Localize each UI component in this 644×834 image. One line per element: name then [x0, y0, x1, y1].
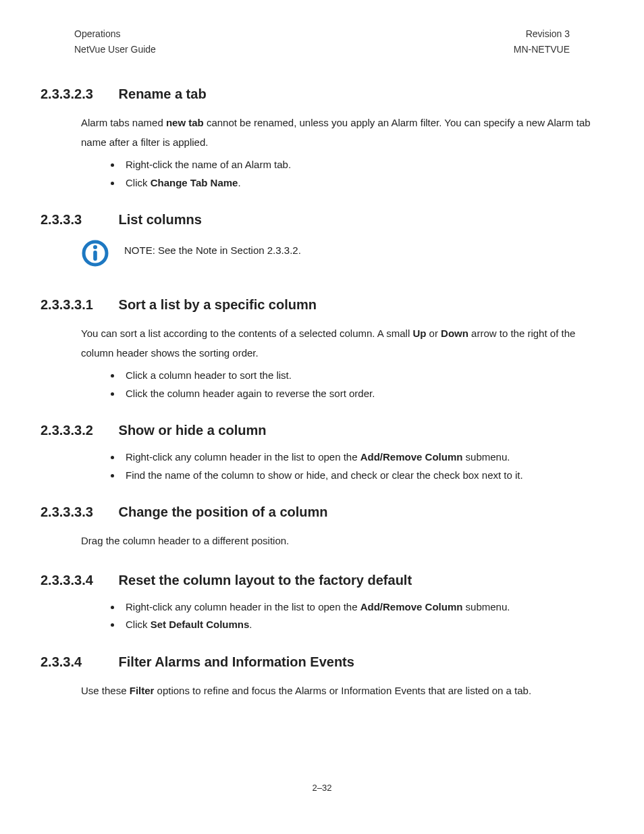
- bullet-list: Right-click the name of an Alarm tab. Cl…: [101, 157, 603, 190]
- heading-number: 2.3.3.3.2: [41, 420, 115, 440]
- bold-text: Filter: [130, 685, 155, 696]
- paragraph: You can sort a list according to the con…: [81, 324, 603, 363]
- text-run: Click: [126, 177, 151, 188]
- text-run: .: [249, 619, 252, 630]
- list-item: Click Set Default Columns.: [122, 617, 603, 633]
- heading-title: Show or hide a column: [119, 423, 267, 438]
- heading-title: Reset the column layout to the factory d…: [119, 573, 412, 588]
- bold-text: Add/Remove Column: [360, 601, 463, 613]
- svg-rect-2: [93, 251, 97, 261]
- list-item: Click a column header to sort the list.: [122, 368, 603, 384]
- svg-point-1: [93, 245, 97, 249]
- list-item: Right-click any column header in the lis…: [122, 600, 603, 615]
- page-header: Operations Revision 3 NetVue User Guide …: [41, 27, 603, 57]
- bold-text: Change Tab Name: [151, 177, 238, 188]
- heading-number: 2.3.3.2.3: [41, 84, 115, 104]
- heading-show-hide-column: 2.3.3.3.2 Show or hide a column: [41, 420, 603, 440]
- note-block: NOTE: See the Note in Section 2.3.3.2.: [81, 239, 603, 267]
- heading-title: Change the position of a column: [119, 504, 328, 519]
- text-run: submenu.: [462, 601, 510, 613]
- heading-change-position: 2.3.3.3.3 Change the position of a colum…: [41, 502, 603, 522]
- heading-sort-list: 2.3.3.3.1 Sort a list by a specific colu…: [41, 294, 603, 315]
- heading-list-columns: 2.3.3.3 List columns: [41, 209, 603, 230]
- text-run: options to refine and focus the Alarms o…: [154, 685, 531, 696]
- bold-text: Add/Remove Column: [360, 451, 463, 463]
- text-run: You can sort a list according to the con…: [81, 328, 412, 339]
- heading-number: 2.3.3.3: [41, 209, 115, 230]
- text-run: Right-click any column header in the lis…: [126, 451, 360, 463]
- heading-number: 2.3.3.3.3: [41, 502, 115, 522]
- bold-text: Up: [412, 328, 426, 339]
- text-run: or: [426, 328, 441, 339]
- heading-reset-layout: 2.3.3.3.4 Reset the column layout to the…: [41, 570, 603, 590]
- heading-title: Sort a list by a specific column: [119, 297, 317, 312]
- heading-filter-alarms: 2.3.3.4 Filter Alarms and Information Ev…: [41, 652, 603, 672]
- header-right-1: Revision 3: [526, 27, 570, 41]
- bullet-list: Right-click any column header in the lis…: [101, 450, 603, 483]
- bullet-list: Click a column header to sort the list. …: [101, 368, 603, 401]
- text-run: Use these: [81, 685, 130, 696]
- heading-number: 2.3.3.3.4: [41, 570, 115, 590]
- paragraph: Drag the column header to a different po…: [81, 531, 603, 551]
- paragraph: Alarm tabs named new tab cannot be renam…: [81, 113, 603, 152]
- bullet-list: Right-click any column header in the lis…: [101, 600, 603, 633]
- text-run: submenu.: [462, 451, 510, 463]
- heading-number: 2.3.3.3.1: [41, 294, 115, 315]
- bold-text: Down: [441, 328, 468, 339]
- bold-text: new tab: [166, 117, 204, 128]
- info-icon: [81, 239, 115, 267]
- text-run: .: [238, 177, 240, 188]
- paragraph: Use these Filter options to refine and f…: [81, 681, 603, 701]
- header-left-1: Operations: [74, 27, 120, 41]
- list-item: Click the column header again to reverse…: [122, 386, 603, 402]
- note-text: NOTE: See the Note in Section 2.3.3.2.: [124, 239, 301, 259]
- heading-title: List columns: [119, 212, 202, 227]
- page-number: 2–32: [41, 781, 603, 795]
- list-item: Right-click the name of an Alarm tab.: [122, 157, 603, 173]
- text-run: Alarm tabs named: [81, 117, 166, 128]
- text-run: Right-click any column header in the lis…: [126, 601, 360, 613]
- heading-title: Rename a tab: [119, 86, 207, 101]
- text-run: Click: [126, 619, 151, 630]
- list-item: Find the name of the column to show or h…: [122, 468, 603, 484]
- list-item: Right-click any column header in the lis…: [122, 450, 603, 465]
- list-item: Click Change Tab Name.: [122, 176, 603, 191]
- heading-rename-tab: 2.3.3.2.3 Rename a tab: [41, 84, 603, 104]
- header-left-2: NetVue User Guide: [74, 43, 156, 57]
- heading-title: Filter Alarms and Information Events: [119, 654, 354, 669]
- header-right-2: MN-NETVUE: [514, 43, 570, 57]
- bold-text: Set Default Columns: [151, 619, 250, 630]
- heading-number: 2.3.3.4: [41, 652, 115, 672]
